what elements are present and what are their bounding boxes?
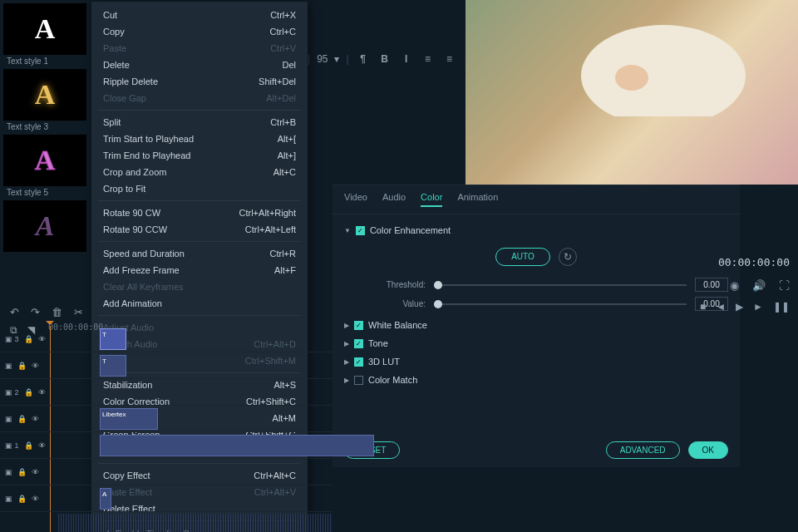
visibility-icon[interactable]: 👁 — [38, 388, 46, 397]
video-preview — [466, 0, 798, 185]
section-header[interactable]: ▼✓Color Enhancement — [344, 221, 728, 239]
timeline-clip[interactable]: T — [100, 355, 126, 377]
lock-icon[interactable]: 🔒 — [17, 415, 27, 423]
lock-icon[interactable]: 🔒 — [17, 468, 27, 476]
play-icon[interactable]: ▶ — [736, 301, 743, 313]
text-style-item[interactable]: A — [3, 200, 88, 252]
visibility-icon[interactable]: 👁 — [32, 495, 39, 503]
track-header[interactable]: ▣ 1🔒👁 — [0, 441, 48, 450]
ok-button[interactable]: OK — [688, 441, 728, 459]
menu-item[interactable]: CutCtrl+X — [91, 7, 308, 23]
menu-label: Close Gap — [103, 93, 146, 103]
timeline-clip[interactable]: Libertex — [100, 408, 158, 430]
slider-track[interactable] — [434, 303, 687, 305]
advanced-button[interactable]: ADVANCED — [606, 441, 680, 459]
visibility-icon[interactable]: 👁 — [32, 415, 39, 423]
timeline-clip[interactable]: T — [100, 328, 126, 350]
menu-item[interactable]: Trim Start to PlayheadAlt+[ — [91, 131, 308, 147]
track-header[interactable]: ▣ 🔒👁 — [0, 362, 48, 370]
volume-icon[interactable]: 🔊 — [752, 279, 766, 292]
format-button[interactable]: B — [377, 52, 392, 66]
track-row: ▣ 🔒👁Libertex — [0, 406, 332, 432]
section-header[interactable]: ▶Color Match — [344, 371, 728, 389]
color-panel: VideoAudioColorAnimation ▼✓Color Enhance… — [332, 185, 740, 467]
section-checkbox[interactable]: ✓ — [356, 226, 365, 235]
camera-icon[interactable]: ◉ — [730, 279, 739, 292]
redo-icon[interactable]: ↷ — [31, 306, 40, 318]
menu-item[interactable]: Crop and ZoomAlt+C — [91, 164, 308, 180]
slider-thumb[interactable] — [434, 300, 442, 308]
text-style-item[interactable]: AText style 1 — [3, 3, 88, 66]
lock-icon[interactable]: 🔒 — [24, 388, 33, 397]
section-checkbox[interactable]: ✓ — [354, 321, 363, 330]
format-button[interactable]: ≡ — [442, 52, 457, 66]
section-header[interactable]: ▶✓3D LUT — [344, 352, 728, 371]
section-header[interactable]: ▶✓Tone — [344, 334, 728, 352]
fullscreen-icon[interactable]: ⛶ — [779, 279, 790, 292]
lock-icon[interactable]: 🔒 — [17, 362, 27, 370]
menu-item[interactable]: Trim End to PlayheadAlt+] — [91, 147, 308, 164]
tab-audio[interactable]: Audio — [382, 192, 406, 207]
tab-color[interactable]: Color — [421, 192, 442, 207]
track-header[interactable]: ▣ 🔒👁 — [0, 495, 48, 503]
cut-icon[interactable]: ✂ — [74, 306, 83, 318]
style-thumb: A — [3, 135, 86, 186]
track-header[interactable]: ▣ 3🔒👁 — [0, 335, 48, 343]
timeline-tracks: ▣ 3🔒👁T▣ 🔒👁T▣ 2🔒👁▣ 🔒👁Libertex▣ 1🔒👁▣ 🔒👁▣ 🔒… — [0, 326, 332, 512]
expand-icon: ▼ — [344, 227, 351, 234]
text-style-item[interactable]: AText style 3 — [3, 69, 88, 131]
panel-footer: RESET ADVANCED OK — [344, 441, 728, 459]
slider-value[interactable]: 0.00 — [695, 278, 728, 292]
menu-label: Copy — [103, 27, 125, 37]
section-checkbox[interactable]: ✓ — [354, 357, 363, 367]
menu-item[interactable]: Rotate 90 CWCtrl+Alt+Right — [91, 204, 308, 221]
menu-item[interactable]: Rotate 90 CCWCtrl+Alt+Left — [91, 221, 308, 238]
menu-label: Trim Start to Playhead — [103, 134, 194, 144]
menu-item[interactable]: Ripple DeleteShift+Del — [91, 73, 308, 90]
expand-icon: ▶ — [344, 377, 349, 384]
section-checkbox[interactable]: ✓ — [354, 339, 363, 348]
font-size-value[interactable]: 95 — [317, 53, 328, 65]
text-style-item[interactable]: AText style 5 — [3, 135, 88, 197]
format-button[interactable]: I — [399, 52, 414, 66]
menu-item[interactable]: Crop to Fit — [91, 180, 308, 197]
timeline-clip[interactable]: A — [100, 488, 111, 510]
stop-icon[interactable]: ■ — [700, 301, 706, 313]
menu-item[interactable]: Speed and DurationCtrl+R — [91, 245, 308, 262]
menu-shortcut: Alt+[ — [278, 134, 296, 144]
format-button[interactable]: ¶ — [356, 52, 371, 66]
tab-animation[interactable]: Animation — [457, 192, 498, 207]
section-checkbox[interactable] — [354, 376, 363, 385]
track-header[interactable]: ▣ 2🔒👁 — [0, 388, 48, 397]
pause-icon[interactable]: ❚❚ — [773, 301, 790, 313]
section-header[interactable]: ▶✓White Balance — [344, 316, 728, 334]
lock-icon[interactable]: 🔒 — [17, 495, 27, 503]
menu-label: Trim End to Playhead — [103, 150, 190, 160]
prev-icon[interactable]: ◄ — [716, 301, 726, 313]
menu-item[interactable]: DeleteDel — [91, 57, 308, 73]
auto-button[interactable]: AUTO — [495, 248, 550, 266]
lock-icon[interactable]: 🔒 — [24, 335, 33, 343]
slider-track[interactable] — [434, 284, 687, 286]
preview-tools: ◉ 🔊 ⛶ — [730, 279, 790, 292]
reset-icon[interactable]: ↻ — [559, 248, 577, 266]
menu-item[interactable]: CopyCtrl+C — [91, 23, 308, 40]
delete-icon[interactable]: 🗑 — [52, 306, 62, 318]
slider-thumb[interactable] — [434, 281, 442, 289]
visibility-icon[interactable]: 👁 — [32, 468, 39, 476]
track-header[interactable]: ▣ 🔒👁 — [0, 468, 48, 476]
track-header[interactable]: ▣ 🔒👁 — [0, 415, 48, 423]
visibility-icon[interactable]: 👁 — [32, 362, 39, 370]
visibility-icon[interactable]: 👁 — [38, 335, 46, 343]
next-icon[interactable]: ► — [753, 301, 763, 313]
menu-item[interactable]: Add Freeze FrameAlt+F — [91, 262, 308, 278]
undo-icon[interactable]: ↶ — [10, 306, 19, 318]
dropdown-icon[interactable]: ▾ — [334, 53, 339, 65]
tab-video[interactable]: Video — [344, 192, 367, 207]
lock-icon[interactable]: 🔒 — [24, 441, 33, 450]
menu-item[interactable]: Add Animation — [91, 295, 308, 312]
timeline-clip[interactable] — [100, 435, 374, 456]
format-button[interactable]: ≡ — [421, 52, 436, 66]
menu-item[interactable]: SplitCtrl+B — [91, 114, 308, 131]
visibility-icon[interactable]: 👁 — [38, 441, 46, 450]
